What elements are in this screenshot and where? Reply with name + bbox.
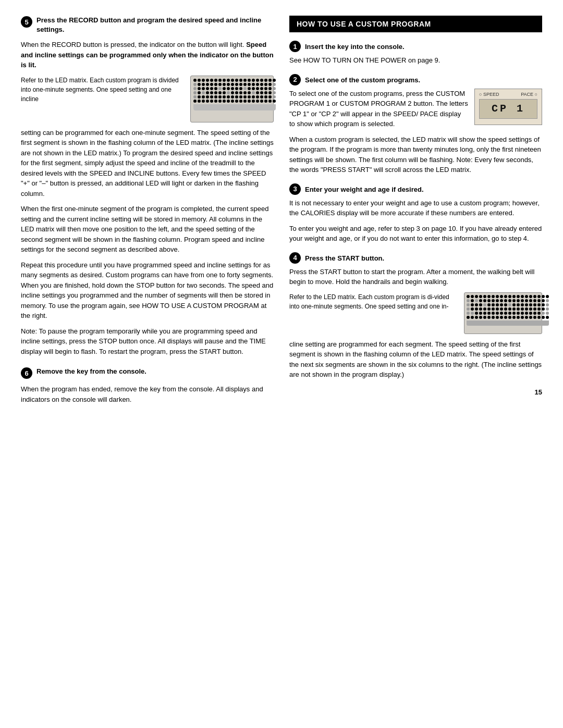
console-screen: CP 1 — [479, 99, 537, 119]
s4-led-row-5 — [467, 312, 549, 315]
step6-title: Remove the key from the console. — [36, 367, 146, 379]
step4-number: 4 — [289, 252, 301, 264]
step2-display: SPEED PACE CP 1 — [474, 89, 542, 129]
section-header-box: HOW TO USE A CUSTOM PROGRAM — [289, 16, 542, 32]
step4-header: 4 Press the START button. — [289, 252, 542, 264]
step5-para5: Note: To pause the program temporarily w… — [21, 326, 274, 357]
step6-block: 6 Remove the key from the console. When … — [21, 367, 274, 404]
step1-header: 1 Insert the key into the console. — [289, 41, 542, 52]
step1-number: 1 — [289, 41, 301, 52]
led-matrix-container: Refer to the LED matrix. Each custom pro… — [21, 76, 274, 122]
step3-number: 3 — [289, 183, 301, 195]
console-display: SPEED PACE CP 1 — [474, 89, 542, 125]
led-row-1 — [193, 79, 276, 82]
step3-header: 3 Enter your weight and age if desired. — [289, 183, 542, 195]
step5-para1: When the RECORD button is pressed, the i… — [21, 40, 274, 70]
step5-header: 5 Press the RECORD button and program th… — [21, 16, 274, 34]
pace-label: PACE — [521, 92, 537, 97]
step4-block: 4 Press the START button. Press the STAR… — [289, 252, 542, 380]
led-row-3 — [193, 87, 276, 90]
step6-para1: When the program has ended, remove the k… — [21, 384, 274, 404]
step1-para1: See HOW TO TURN ON THE POWER on page 9. — [289, 55, 542, 66]
led-rows — [193, 79, 276, 103]
step4-para2: cline setting are programmed for each se… — [289, 339, 542, 380]
speed-label: SPEED — [479, 92, 499, 97]
s4-led-row-6 — [467, 316, 549, 319]
step5-para3: When the first one-minute segment of the… — [21, 204, 274, 255]
step2-header: 2 Select one of the custom programs. — [289, 74, 542, 85]
s4-led-row-1 — [467, 295, 549, 298]
step4-title: Press the START button. — [305, 252, 384, 264]
step1-block: 1 Insert the key into the console. See H… — [289, 41, 542, 66]
page-container: 5 Press the RECORD button and program th… — [21, 16, 542, 410]
led-row-5 — [193, 95, 276, 98]
led-side-text: Refer to the LED matrix. Each custom pro… — [21, 76, 183, 104]
step3-block: 3 Enter your weight and age if desired. … — [289, 183, 542, 244]
led-row-4 — [193, 91, 276, 94]
step6-header: 6 Remove the key from the console. — [21, 367, 274, 379]
step2-title: Select one of the custom programs. — [305, 74, 420, 85]
step2-para2: When a custom program is selected, the L… — [289, 134, 542, 175]
s4-led-row-2 — [467, 299, 549, 302]
step3-para2: To enter you weight and age, refer to st… — [289, 224, 542, 244]
led-matrix-image — [190, 76, 274, 122]
step5-para2: setting can be programmed for each one-m… — [21, 128, 274, 199]
s4-led-row-3 — [467, 303, 549, 306]
step4-led-rows — [467, 295, 549, 319]
step3-para1: It is not necessary to enter your weight… — [289, 198, 542, 218]
led-matrix-bottom: Refer to the LED matrix. Each custom pro… — [289, 292, 542, 334]
step2-content: To select one of the custom programs, pr… — [289, 89, 542, 129]
step4-led-canvas — [464, 292, 542, 334]
console-screen-text: CP 1 — [492, 103, 525, 115]
led-canvas — [190, 76, 274, 122]
step4-para1: Press the START button to start the prog… — [289, 267, 542, 287]
s4-led-row-4 — [467, 307, 549, 311]
left-column: 5 Press the RECORD button and program th… — [21, 16, 274, 410]
step6-number-badge: 6 — [21, 367, 32, 379]
step5-para1-text: When the RECORD button is pressed, the i… — [21, 41, 246, 48]
step5-para4: Repeat this procedure until you have pro… — [21, 260, 274, 321]
step2-text: To select one of the custom programs, pr… — [289, 89, 468, 129]
step2-number: 2 — [289, 74, 301, 85]
led-row-6 — [193, 100, 276, 103]
led-row-2 — [193, 83, 276, 86]
step1-title: Insert the key into the console. — [305, 41, 405, 52]
step2-block: 2 Select one of the custom programs. To … — [289, 74, 542, 175]
step5-number-badge: 5 — [21, 16, 32, 28]
step4-led-side-text: Refer to the LED matrix. Each custom pro… — [289, 292, 458, 311]
step5-title: Press the RECORD button and program the … — [36, 16, 274, 34]
page-number: 15 — [289, 388, 542, 396]
right-column: HOW TO USE A CUSTOM PROGRAM 1 Insert the… — [289, 16, 542, 410]
console-labels: SPEED PACE — [479, 92, 537, 97]
step4-led-image — [464, 292, 542, 334]
step3-title: Enter your weight and age if desired. — [305, 183, 424, 195]
